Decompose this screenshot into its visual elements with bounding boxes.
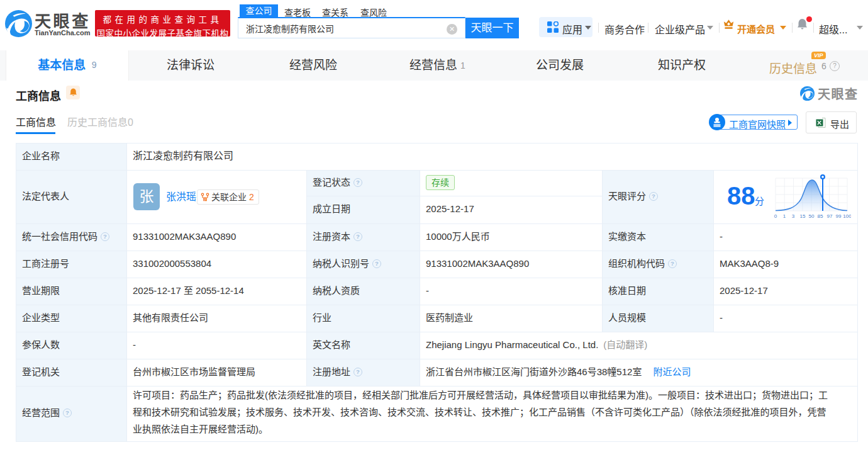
svg-text:99: 99	[836, 213, 842, 219]
svg-text:3: 3	[792, 213, 795, 219]
svg-text:100: 100	[843, 213, 851, 219]
svg-text:50: 50	[809, 213, 815, 219]
svg-text:15: 15	[800, 213, 806, 219]
svg-text:0: 0	[774, 213, 777, 219]
svg-text:97: 97	[827, 213, 833, 219]
svg-text:1: 1	[783, 213, 786, 219]
svg-text:企: 企	[204, 198, 207, 201]
svg-text:85: 85	[818, 213, 823, 219]
